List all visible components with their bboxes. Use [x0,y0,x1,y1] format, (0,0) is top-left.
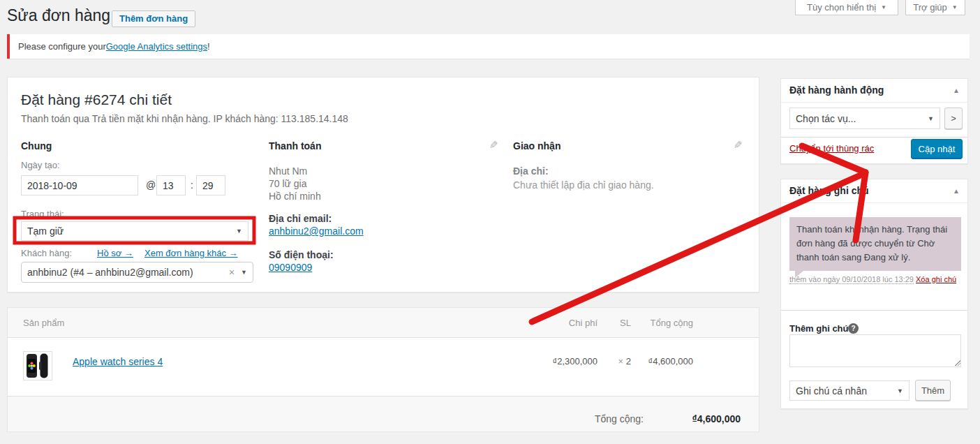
note-meta: thêm vào ngày 09/10/2018 lúc 13:29 Xóa g… [789,275,956,283]
item-qty: × 2 [597,356,631,367]
product-name-link[interactable]: Apple watch series 4 [73,356,163,367]
update-button[interactable]: Cập nhật [911,139,963,159]
move-to-trash-link[interactable]: Chuyển tới thùng rác [789,143,874,154]
add-note-textarea[interactable] [789,334,961,367]
order-notes-header: Đặt hàng ghi chú ▲ [781,179,967,203]
billing-email-label: Địa chỉ email: [269,213,332,224]
shipping-heading: Giao nhận [513,140,560,151]
billing-email-link[interactable]: anhbinu2@gmail.com [269,225,364,237]
screen-options-label: Tùy chọn hiển thị [807,2,876,13]
order-items-panel: Sản phẩm Chi phí SL Tổng cộng [7,307,759,431]
customer-select-value: anhbinu2 (#4 – anhbinu2@gmail.com) [27,267,193,278]
date-created-label: Ngày tạo: [21,160,60,170]
chevron-down-icon: ▼ [881,4,886,10]
edit-shipping-pencil-icon[interactable]: ✎ [734,139,743,151]
customer-label: Khách hàng: [21,248,72,258]
status-label: Trạng thái: [21,209,64,219]
col-total: Tổng cộng [636,318,693,328]
product-thumbnail [23,351,52,380]
chevron-down-icon: ▼ [928,115,934,122]
time-separator: : [191,179,193,191]
add-note-label: Thêm ghi chú [789,323,849,334]
multiply-icon: × [618,356,624,367]
help-tip-icon[interactable]: ? [848,323,859,334]
billing-address-line: 70 lữ gia [269,178,307,189]
note-type-select[interactable]: Ghi chú cá nhân ▼ [789,380,910,401]
chevron-down-icon: ▼ [236,228,242,235]
clear-selection-icon[interactable]: × [229,267,241,278]
delete-note-link[interactable]: Xóa ghi chú [916,275,956,283]
order-action-select-value: Chọn tác vụ... [796,113,856,124]
chevron-down-icon: ▼ [952,4,958,10]
item-cost: ₫2,300,000 [528,356,597,367]
note-timestamp: thêm vào ngày 09/10/2018 lúc 13:29 [789,275,914,284]
notice-text: Please configure your [18,41,106,52]
apply-arrow-icon: > [951,113,956,124]
col-qty: SL [597,318,631,328]
order-data-panel: Đặt hàng #6274 chi tiết Thanh toán qua T… [7,77,759,293]
admin-notice: Please configure your Google Analytics s… [7,34,970,59]
note-type-select-value: Ghi chú cá nhân [796,385,867,397]
customer-other-orders-link[interactable]: Xem đơn hàng khác → [144,248,238,258]
items-totals-row: Tổng cộng: ₫4,600,000 [8,396,759,431]
order-total-label: Tổng cộng: [560,413,644,424]
collapse-toggle-icon[interactable]: ▲ [953,87,960,94]
billing-address-line: Hồ chí minh [269,191,321,202]
general-heading: Chung [21,140,52,151]
actions-divider [781,137,967,138]
apply-action-button[interactable]: > [944,108,963,129]
col-cost: Chi phí [528,318,597,328]
help-tab-label: Trợ giúp [913,2,947,13]
notice-text-suffix: ! [207,41,210,52]
order-status-value: Tạm giữ [27,225,64,237]
order-subtitle: Thanh toán qua Trả tiền mặt khi nhận hàn… [21,113,348,124]
order-hour-input[interactable] [156,175,186,195]
at-separator: @ [146,179,156,191]
customer-profile-link[interactable]: Hồ sơ → [97,248,133,258]
screen-options-tab[interactable]: Tùy chọn hiển thị ▼ [795,0,898,15]
billing-phone-link[interactable]: 09090909 [269,262,312,273]
add-note-button[interactable]: Thêm [915,380,951,401]
order-notes-title: Đặt hàng ghi chú [789,185,869,196]
order-date-input[interactable] [21,175,138,195]
order-actions-title: Đặt hàng hành động [789,84,884,96]
woocommerce-edit-order-page: Tùy chọn hiển thị ▼ Trợ giúp ▼ Sửa đơn h… [0,0,980,444]
system-note-bubble: Thanh toán khi nhận hàng. Trạng thái đơn… [789,217,961,271]
apple-watch-image [24,353,51,379]
order-total-value: ₫4,600,000 [671,413,741,424]
items-header-row: Sản phẩm Chi phí SL Tổng cộng [8,308,759,338]
customer-select[interactable]: anhbinu2 (#4 – anhbinu2@gmail.com) × ▼ [21,262,253,283]
billing-heading: Thanh toán [269,140,321,151]
billing-address-line: Nhut Nm [269,165,307,177]
shipping-address-empty: Chưa thiết lập địa chỉ giao hàng. [513,179,654,191]
collapse-toggle-icon[interactable]: ▲ [953,187,960,195]
order-title: Đặt hàng #6274 chi tiết [21,91,172,108]
page-title: Sửa đơn hàng [7,6,110,25]
shipping-address-label: Địa chỉ: [513,165,549,177]
billing-phone-label: Số điện thoại: [269,249,334,260]
order-action-select[interactable]: Chọn tác vụ... ▼ [789,108,940,129]
order-notes-panel: Đặt hàng ghi chú ▲ Thanh toán khi nhận h… [780,179,968,409]
order-actions-header: Đặt hàng hành động ▲ [781,79,967,103]
help-tab[interactable]: Trợ giúp ▼ [905,0,965,15]
google-analytics-settings-link[interactable]: Google Analytics settings [106,41,207,52]
item-qty-value: 2 [626,356,631,367]
order-status-select[interactable]: Tạm giữ ▼ [21,221,248,241]
add-order-button[interactable]: Thêm đơn hàng [112,10,195,27]
item-total: ₫4,600,000 [636,356,693,367]
notes-divider [781,310,967,311]
col-product: Sản phẩm [23,318,64,328]
order-minute-input[interactable] [196,175,225,195]
chevron-down-icon: ▼ [897,387,903,394]
edit-billing-pencil-icon[interactable]: ✎ [489,139,498,151]
order-actions-panel: Đặt hàng hành động ▲ Chọn tác vụ... ▼ > … [780,78,968,164]
chevron-down-icon: ▼ [241,269,247,276]
